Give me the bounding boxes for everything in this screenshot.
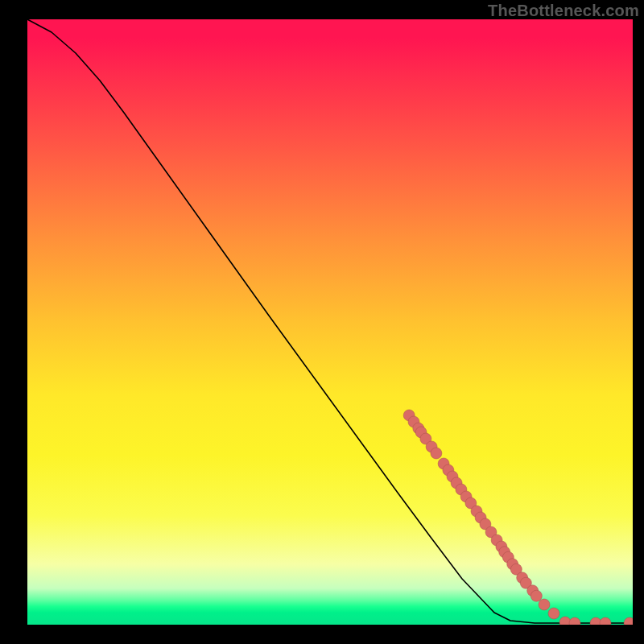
data-point [548,608,559,619]
data-point [431,448,442,459]
data-point [530,590,542,601]
curve-svg [27,19,633,625]
bottleneck-curve [27,19,633,623]
data-point [569,617,580,625]
data-point [539,599,550,610]
watermark-text: TheBottleneck.com [488,2,639,20]
data-points-group [403,410,633,625]
data-point [624,617,633,625]
chart-frame: TheBottleneck.com [0,0,644,644]
data-point [600,617,611,625]
plot-area [27,19,633,625]
